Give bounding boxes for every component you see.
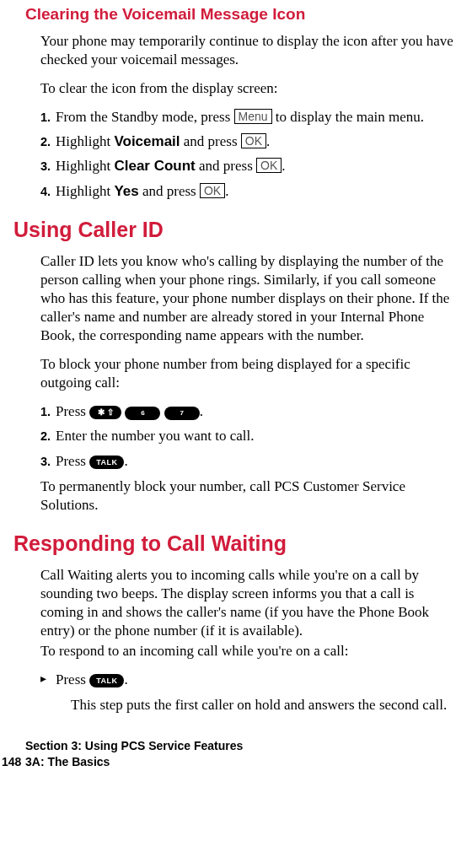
step-item: 1. From the Standby mode, press Menu to … [40,108,457,127]
step-text: Highlight [56,158,114,174]
paragraph: Call Waiting alerts you to incoming call… [40,566,457,640]
step-number: 3. [40,454,51,470]
seven-key-icon: 7 [164,407,200,420]
period: . [225,183,228,199]
step-item: 1. Press ✱ ⇧ 6 7. [40,402,457,421]
paragraph: Your phone may temporarily continue to d… [40,32,457,69]
ok-key: OK [256,158,282,173]
heading-responding-call-waiting: Responding to Call Waiting [13,531,457,556]
step-item: 3. Highlight Clear Count and press OK. [40,157,457,175]
menu-key: Menu [234,109,272,124]
step-text: Press [56,403,89,419]
bullet-item: ▸ Press TALK. This step puts the first c… [40,671,457,714]
step-item: 3. Press TALK. [40,452,457,471]
period: . [282,158,285,174]
step-number: 2. [40,429,51,445]
step-item: 4. Highlight Yes and press OK. [40,182,457,201]
talk-key-icon: TALK [89,674,124,687]
result-text: This step puts the first caller on hold … [71,696,457,714]
paragraph: To clear the icon from the display scree… [40,79,457,98]
period: . [266,133,270,149]
step-text: and press [139,183,200,199]
talk-key-icon: TALK [89,456,124,469]
step-number: 3. [40,159,51,175]
term-voicemail: Voicemail [114,133,180,149]
heading-clearing-voicemail: Clearing the Voicemail Message Icon [25,5,457,24]
paragraph: To respond to an incoming call while you… [40,642,457,660]
six-key-icon: 6 [125,407,160,420]
paragraph: Caller ID lets you know who's calling by… [40,252,457,345]
step-text: Highlight [56,133,114,149]
footer-section-label: Section 3: Using PCS Service Features [25,738,457,753]
step-text: Press [56,671,89,687]
star-key-icon: ✱ ⇧ [89,406,121,419]
paragraph: To block your phone number from being di… [40,355,457,392]
period: . [200,403,203,419]
step-number: 1. [40,404,51,420]
term-clear-count: Clear Count [114,158,195,174]
step-text: From the Standby mode, press [56,109,234,125]
step-text: and press [196,158,256,174]
paragraph: To permanently block your number, call P… [40,477,457,515]
step-text: Enter the number you want to call. [56,428,255,444]
ok-key: OK [200,183,225,198]
step-number: 1. [40,110,51,126]
footer-subsection-label: 3A: The Basics [25,755,110,768]
step-item: 2. Highlight Voicemail and press OK. [40,132,457,151]
ok-key: OK [241,133,266,148]
step-text: Highlight [56,183,114,199]
triangle-bullet-icon: ▸ [40,671,46,687]
step-text: and press [180,133,241,149]
step-number: 2. [40,134,51,150]
period: . [124,453,127,469]
step-text: Press [56,453,89,469]
step-item: 2. Enter the number you want to call. [40,427,457,445]
page-number: 148 [2,754,25,769]
step-number: 4. [40,184,51,200]
heading-using-caller-id: Using Caller ID [13,218,457,242]
step-text: to display the main menu. [272,109,424,125]
period: . [124,671,127,687]
term-yes: Yes [114,183,138,199]
